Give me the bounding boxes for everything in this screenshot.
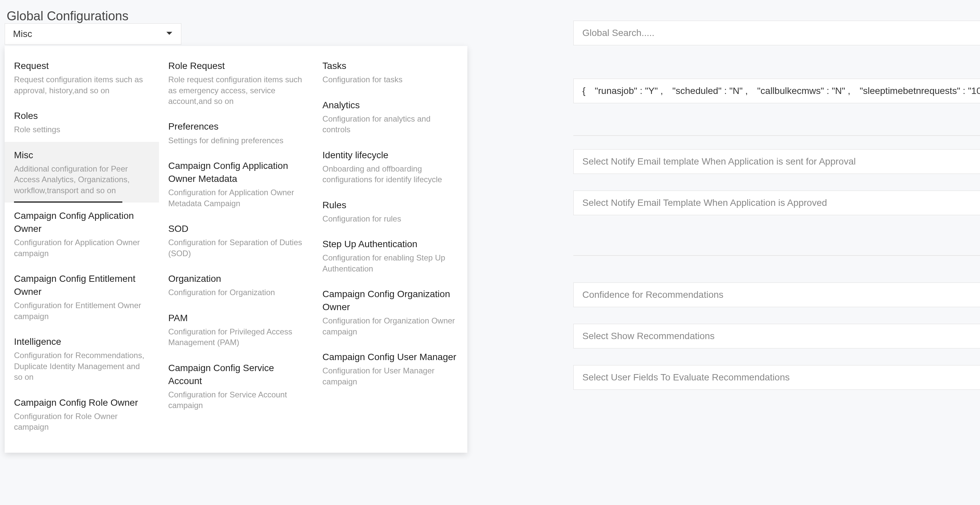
menu-item[interactable]: PAMConfiguration for Privileged Access M… [159,305,313,355]
menu-item[interactable]: SODConfiguration for Separation of Dutie… [159,216,313,265]
menu-item-title: Campaign Config Application Owner Metada… [168,159,304,185]
menu-item-desc: Configuration for Role Owner campaign [14,411,150,433]
menu-item[interactable]: Campaign Config Application OwnerConfigu… [5,203,159,265]
menu-item[interactable]: PreferencesSettings for defining prefere… [159,113,313,152]
menu-item-desc: Configuration for Organization Owner cam… [322,316,458,337]
menu-column-1: RequestRequest configuration items such … [5,52,159,439]
menu-column-3: TasksConfiguration for tasksAnalyticsCon… [313,52,467,439]
menu-item-title: Identity lifecycle [322,149,458,162]
menu-item-title: Misc [14,149,150,162]
menu-item-desc: Onboarding and offboarding configuration… [322,164,458,185]
menu-item[interactable]: OrganizationConfiguration for Organizati… [159,265,313,305]
menu-item[interactable]: Campaign Config Application Owner Metada… [159,152,313,216]
menu-item[interactable]: RolesRole settings [5,103,159,142]
menu-item-title: Campaign Config Organization Owner [322,287,458,313]
menu-column-2: Role RequestRole request configuration i… [159,52,313,439]
menu-item-desc: Configuration for rules [322,214,458,224]
notify-approval-template-field[interactable] [573,149,980,174]
global-search-input[interactable] [573,21,980,45]
menu-item-title: Tasks [322,59,458,72]
menu-item[interactable]: Campaign Config User ManagerConfiguratio… [313,344,467,394]
menu-item-desc: Role settings [14,124,150,135]
menu-item-title: Campaign Config Role Owner [14,396,150,409]
config-category-dropdown[interactable]: Misc [5,23,181,44]
menu-item[interactable]: Campaign Config Service AccountConfigura… [159,355,313,418]
menu-item-title: Organization [168,272,304,285]
menu-item-title: SOD [168,222,304,235]
menu-item-title: Campaign Config User Manager [322,351,458,364]
menu-item-desc: Configuration for enabling Step Up Authe… [322,252,458,274]
menu-item-title: Analytics [322,98,458,111]
menu-item-desc: Request configuration items such as appr… [14,74,150,96]
menu-item-desc: Configuration for Separation of Duties (… [168,237,304,259]
user-fields-recommendations-field[interactable] [573,365,980,390]
show-recommendations-field[interactable] [573,324,980,348]
menu-item-desc: Configuration for analytics and controls [322,114,458,135]
menu-item-title: Roles [14,109,150,122]
menu-item-title: Rules [322,199,458,211]
menu-item-title: Preferences [168,120,304,133]
menu-item-title: Intelligence [14,335,150,348]
menu-item-title: Request [14,59,150,72]
menu-item-desc: Configuration for Entitlement Owner camp… [14,300,150,322]
menu-item[interactable]: Campaign Config Organization OwnerConfig… [313,281,467,344]
menu-item-title: Step Up Authentication [322,238,458,251]
menu-item-title: Campaign Config Service Account [168,361,304,387]
menu-item-desc: Configuration for Privileged Access Mana… [168,326,304,348]
menu-item[interactable]: IntelligenceConfiguration for Recommenda… [5,329,159,389]
menu-item[interactable]: TasksConfiguration for tasks [313,52,467,92]
menu-item-desc: Configuration for tasks [322,74,458,85]
menu-item-title: PAM [168,311,304,324]
menu-item-desc: Configuration for Application Owner camp… [14,237,150,259]
menu-item[interactable]: Step Up AuthenticationConfiguration for … [313,231,467,281]
menu-item-desc: Configuration for User Manager campaign [322,365,458,387]
json-config-field[interactable]: { "runasjob" : "Y" , "scheduled" : "N" ,… [573,79,980,103]
menu-item[interactable]: Role RequestRole request configuration i… [159,52,313,113]
menu-item-title: Role Request [168,59,304,72]
menu-item[interactable]: Identity lifecycleOnboarding and offboar… [313,142,467,192]
dropdown-selected-label: Misc [13,27,32,40]
menu-item-desc: Configuration for Organization [168,287,304,298]
notify-approved-template-field[interactable] [573,191,980,215]
menu-item[interactable]: AnalyticsConfiguration for analytics and… [313,92,467,142]
menu-item[interactable]: RulesConfiguration for rules [313,192,467,231]
menu-item-desc: Configuration for Recommendations, Dupli… [14,350,150,383]
menu-item[interactable]: Campaign Config Role OwnerConfiguration … [5,389,159,439]
chevron-down-icon [165,27,173,40]
menu-item-desc: Additional configuration for Peer Access… [14,164,150,196]
page-title: Global Configurations [7,7,128,25]
config-category-menu: RequestRequest configuration items such … [5,46,467,453]
menu-item-desc: Configuration for Service Account campai… [168,389,304,411]
menu-item-title: Campaign Config Entitlement Owner [14,272,150,298]
menu-item-title: Campaign Config Application Owner [14,209,150,235]
menu-item-desc: Settings for defining preferences [168,135,304,146]
menu-item-desc: Configuration for Application Owner Meta… [168,187,304,209]
menu-item-desc: Role request configuration items such as… [168,74,304,106]
confidence-recommendations-field[interactable] [573,283,980,307]
menu-item[interactable]: MiscAdditional configuration for Peer Ac… [5,142,159,203]
menu-item[interactable]: RequestRequest configuration items such … [5,52,159,103]
menu-item[interactable]: Campaign Config Entitlement OwnerConfigu… [5,265,159,329]
